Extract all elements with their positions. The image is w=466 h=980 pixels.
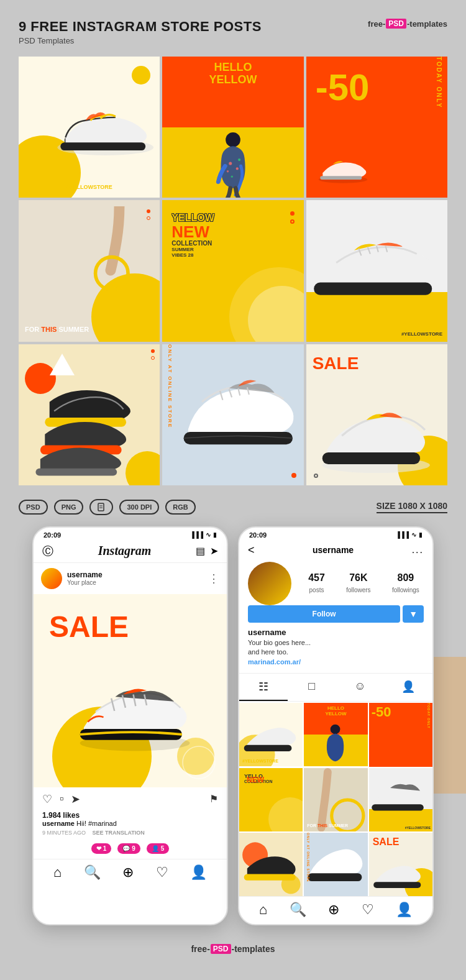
profile2-nav-icon[interactable]: 👤: [396, 902, 413, 918]
brand-free: free-: [368, 19, 385, 29]
search2-nav-icon[interactable]: 🔍: [290, 902, 306, 918]
svg-rect-28: [372, 804, 423, 810]
phones-row: 20:09 ▐▐▐ ∿ ▮ Ⓒ Instagram ▤ ➤: [19, 526, 447, 925]
file-icon: [97, 503, 106, 511]
shoe-image-6: [309, 206, 444, 319]
post-main-image: SALE: [34, 594, 227, 787]
notif-comments-count: 9: [132, 845, 135, 852]
post9-dot: [314, 474, 318, 478]
caption-username: username: [42, 820, 75, 827]
shoe-image-3: [313, 151, 368, 185]
grid4-circle: [268, 797, 303, 831]
notif-likes: ❤ 1: [91, 843, 112, 854]
heart-nav-icon[interactable]: ♡: [156, 864, 168, 881]
following-label: followings: [392, 587, 419, 593]
tab-person[interactable]: 👤: [384, 674, 432, 701]
grid9-shoe: [372, 856, 426, 891]
post-username: username: [67, 570, 103, 579]
grid-shoe-1: [239, 703, 303, 766]
badge-png: PNG: [54, 500, 84, 515]
post3-number: -50: [316, 69, 370, 106]
footer-templates: -templates: [232, 944, 275, 954]
shoes-stack-7: [31, 377, 151, 482]
comment-icon[interactable]: ▫: [60, 792, 63, 805]
post-more-icon[interactable]: ⋮: [208, 572, 219, 585]
tab-tagged[interactable]: ☺: [336, 674, 385, 701]
post3-today: TODAY ONLY: [436, 57, 442, 198]
phone1-status-icons: ▐▐▐ ∿ ▮: [190, 531, 217, 538]
shoe-image-1: [35, 81, 155, 173]
follow-dropdown-button[interactable]: ▼: [403, 605, 424, 623]
posts-label: posts: [309, 587, 324, 593]
svg-rect-32: [308, 873, 362, 881]
svg-rect-9: [320, 176, 362, 180]
grid3-num: -50: [372, 704, 391, 720]
follow-button[interactable]: Follow: [248, 605, 400, 623]
header-left: 9 FREE INSTAGRAM STORE POSTS PSD Templat…: [19, 19, 262, 45]
grid-cell-7: [239, 833, 303, 896]
tab-reels[interactable]: □: [288, 674, 336, 701]
grid8-text: ONLY AT ONLINE STORE: [306, 833, 310, 896]
notif-followers: 👤 5: [147, 843, 170, 854]
notification-row: ❤ 1 💬 9 👤 5: [34, 840, 227, 859]
profile-nav-icon[interactable]: 👤: [190, 864, 207, 881]
badge-dpi: 300 DPI: [119, 500, 159, 515]
svg-rect-1: [60, 142, 145, 150]
more-options-icon[interactable]: ...: [412, 544, 424, 556]
svg-rect-18: [98, 503, 104, 511]
like-icon[interactable]: ♡: [42, 792, 52, 806]
grid6-tag: #YELLOWSTORE: [405, 826, 431, 830]
search-nav-icon[interactable]: 🔍: [84, 864, 101, 881]
grid2-person: [319, 723, 353, 766]
camera-icon[interactable]: Ⓒ: [42, 544, 53, 559]
back-button[interactable]: <: [248, 544, 255, 557]
add2-nav-icon[interactable]: ⊕: [328, 902, 339, 918]
person-notif-icon: 👤: [152, 845, 159, 852]
inbox-icon[interactable]: ▤: [196, 545, 205, 557]
bio-line1: Your bio goes here...: [248, 638, 424, 648]
followers-count: 76K: [346, 572, 370, 584]
grid-cell-6: #YELLOWSTORE: [369, 768, 432, 831]
page-subtitle: PSD Templates: [19, 36, 262, 45]
grid5-text: FOR THIS SUMMER: [307, 823, 348, 828]
badge-rgb: RGB: [165, 500, 195, 515]
signal-icon: ▐▐▐: [190, 531, 203, 538]
post8-dot: [291, 473, 296, 478]
post1-tag: #YELLOWSTORE: [66, 184, 112, 190]
post2-hello: HELLO YELLOW: [162, 62, 303, 86]
save-icon[interactable]: ⚑: [209, 793, 218, 805]
shoe-image-8: [175, 347, 302, 475]
post-cell-2: HELLO YELLOW: [162, 57, 303, 198]
bio-line2: and here too.: [248, 648, 424, 657]
send-icon[interactable]: ➤: [210, 545, 218, 557]
post8-side-text: ONLY AT ONLINE STORE: [167, 344, 173, 485]
posts-count: 457: [308, 572, 325, 584]
heart2-nav-icon[interactable]: ♡: [362, 902, 374, 918]
grid-cell-2: HELLOYELLOW: [304, 703, 367, 766]
post5-line2: NEW: [171, 224, 214, 240]
share-icon[interactable]: ➤: [71, 792, 80, 806]
posts-grid: #YELLOWSTORE HELLO YELLOW: [19, 57, 447, 485]
post-cell-9: SALE: [306, 344, 447, 485]
profile-avatar: [248, 562, 291, 605]
phone2-top-header: < username ...: [239, 541, 432, 562]
post-caption: username Hii! #marinad: [34, 820, 227, 830]
svg-rect-17: [322, 452, 419, 464]
post-cell-7: [19, 344, 160, 485]
grid-cell-3: -50 TODAY ONLY: [369, 703, 432, 766]
phone1-top-nav: Ⓒ Instagram ▤ ➤: [34, 541, 227, 563]
profile-link[interactable]: marinad.com.ar/: [248, 657, 424, 667]
add-nav-icon[interactable]: ⊕: [122, 864, 134, 881]
post-time: 9 MINUTES AGO SEE TRANSLATION: [34, 830, 227, 840]
svg-point-26: [331, 725, 340, 735]
badge-psd: PSD: [19, 500, 48, 515]
comment-notif-icon: 💬: [122, 845, 130, 852]
grid-cell-1: #YELLOWSTORE: [239, 703, 303, 766]
tab-grid[interactable]: ☷: [239, 674, 288, 701]
post-cell-5: YELLOW NEW COLLECTION SUMMERVIBES 28: [162, 200, 303, 341]
home-nav-icon[interactable]: ⌂: [53, 864, 62, 881]
post-actions-left: ♡ ▫ ➤: [42, 792, 80, 806]
home2-nav-icon[interactable]: ⌂: [259, 902, 267, 918]
svg-point-23: [183, 746, 215, 779]
footer-logo: free- PSD -templates: [19, 944, 447, 954]
